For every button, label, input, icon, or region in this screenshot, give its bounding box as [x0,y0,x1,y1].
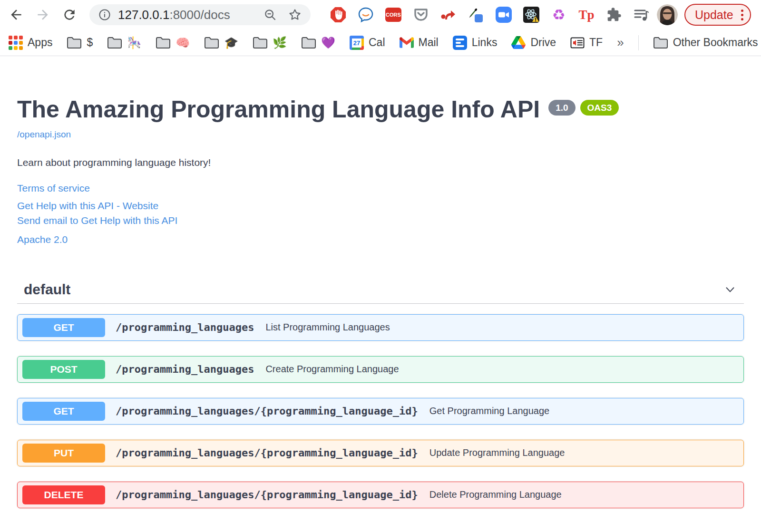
tag-title: default [24,281,70,298]
address-bar[interactable]: 127.0.0.1:8000/docs [89,4,311,25]
oas3-badge: OAS3 [580,100,619,116]
operation-path: /programming_languages [116,363,254,375]
method-badge: DELETE [22,485,105,504]
star-icon [288,8,302,22]
bookmark-folder-brain[interactable]: 🧠 [156,36,190,49]
shield-chevron-icon [413,7,429,23]
profile-avatar[interactable] [657,4,678,25]
calendar-icon: 27 [350,36,364,50]
bookmark-label: 🧠 [176,36,190,49]
forward-icon [35,7,50,22]
url-host: 127.0.0.1 [118,8,169,22]
bookmark-label: TF [589,36,603,49]
operation-row-get-language[interactable]: GET /programming_languages/{programming_… [17,398,744,425]
update-button[interactable]: Update [684,4,751,26]
bookmark-label: Cal [369,36,385,49]
apps-grid-icon [9,36,23,50]
adblock-hand-icon [330,7,346,23]
chevron-down-icon[interactable] [723,282,737,297]
version-badge: 1.0 [548,100,575,116]
bookmark-label: Other Bookmarks [673,36,758,49]
bookmark-star-button[interactable] [288,8,302,22]
eyedropper-extension-button[interactable] [468,6,485,23]
recycle-icon: ♻ [552,8,566,22]
reload-icon [62,7,77,22]
drive-icon [511,36,526,49]
title-badges: 1.0 OAS3 [548,100,619,116]
bookmark-label: Drive [530,36,556,49]
back-button[interactable] [7,5,26,24]
api-title-text: The Amazing Programming Language Info AP… [17,96,540,124]
operation-row-delete-language[interactable]: DELETE /programming_languages/{programmi… [17,482,744,508]
folder-icon [156,37,171,49]
openapi-spec-link[interactable]: /openapi.json [17,129,71,140]
bookmark-folder-heart[interactable]: 💜 [301,36,335,49]
playlist-music-icon [634,7,650,23]
operation-row-update-language[interactable]: PUT /programming_languages/{programming_… [17,440,744,466]
api-description: Learn about programming language history… [17,157,744,168]
terms-of-service-link[interactable]: Terms of service [17,183,90,194]
recycle-extension-button[interactable]: ♻ [550,6,567,23]
links-icon [453,36,467,50]
folder-icon [653,37,668,49]
bookmarks-overflow-button[interactable]: » [617,35,624,50]
bookmark-calendar[interactable]: 27 Cal [350,36,385,50]
back-icon [9,7,24,22]
operation-path: /programming_languages/{programming_lang… [116,447,418,459]
folder-icon [301,37,316,49]
eyedropper-icon [468,7,484,23]
browser-menu-kebab-icon[interactable] [741,10,743,20]
bookmark-folder-grad[interactable]: 🎓 [204,36,238,49]
bookmark-label: $ [87,36,93,49]
method-badge: GET [22,318,105,337]
tp-extension-button[interactable]: Tp [578,6,595,23]
contact-email-link[interactable]: Send email to Get Help with this API [17,213,177,227]
folder-icon [67,37,82,49]
reload-button[interactable] [60,5,79,24]
chat-bubble-icon [358,7,374,23]
contact-website-link[interactable]: Get Help with this API - Website [17,199,158,213]
operation-path: /programming_languages/{programming_lang… [116,405,418,417]
operation-summary: Update Programming Language [429,447,565,458]
bookmark-folder-dollar[interactable]: $ [67,36,93,49]
update-label: Update [695,8,733,22]
chat-bubble-extension-button[interactable] [357,6,374,23]
folder-icon [204,37,219,49]
url-path: :8000/docs [169,8,230,22]
pocket-extension-button[interactable] [412,6,429,23]
bookmark-folder-carousel[interactable]: 🎠 [107,36,141,49]
media-playlist-button[interactable] [633,6,650,23]
zoom-out-icon [263,8,277,22]
info-icon[interactable] [98,8,111,21]
red-arrow-extension-button[interactable] [440,6,457,23]
other-bookmarks-button[interactable]: Other Bookmarks [653,36,758,49]
gmail-icon [400,37,414,48]
bookmark-label: 🌿 [273,36,287,49]
bookmark-drive[interactable]: Drive [511,36,556,49]
react-devtools-extension-button[interactable] [523,6,540,23]
cors-extension-button[interactable]: CORS [385,6,402,23]
zoom-out-button[interactable] [263,8,277,22]
bookmark-label: 🎠 [127,36,141,49]
tag-header[interactable]: default [17,276,744,304]
adblock-extension-button[interactable] [330,6,347,23]
bookmark-folder-herb[interactable]: 🌿 [253,36,287,49]
operation-row-list-languages[interactable]: GET /programming_languages List Programm… [17,314,744,341]
zoom-extension-button[interactable] [495,6,512,23]
bookmark-apps[interactable]: Apps [9,36,52,50]
operation-path: /programming_languages/{programming_lang… [116,489,418,501]
url-text: 127.0.0.1:8000/docs [118,8,230,22]
extensions-row: CORS ♻ Tp [330,6,650,23]
license-link[interactable]: Apache 2.0 [17,234,68,245]
extensions-menu-button[interactable] [605,6,623,23]
forward-button[interactable] [33,5,52,24]
bookmark-mail[interactable]: Mail [400,36,439,49]
bookmark-label: 🎓 [224,36,238,49]
operation-summary: List Programming Languages [265,322,390,333]
video-camera-icon [496,7,512,23]
operation-row-create-language[interactable]: POST /programming_languages Create Progr… [17,356,744,383]
folder-icon [253,37,268,49]
bookmark-links[interactable]: Links [453,36,498,50]
bookmark-tf[interactable]: TF [570,36,603,49]
avatar-photo [657,4,678,25]
